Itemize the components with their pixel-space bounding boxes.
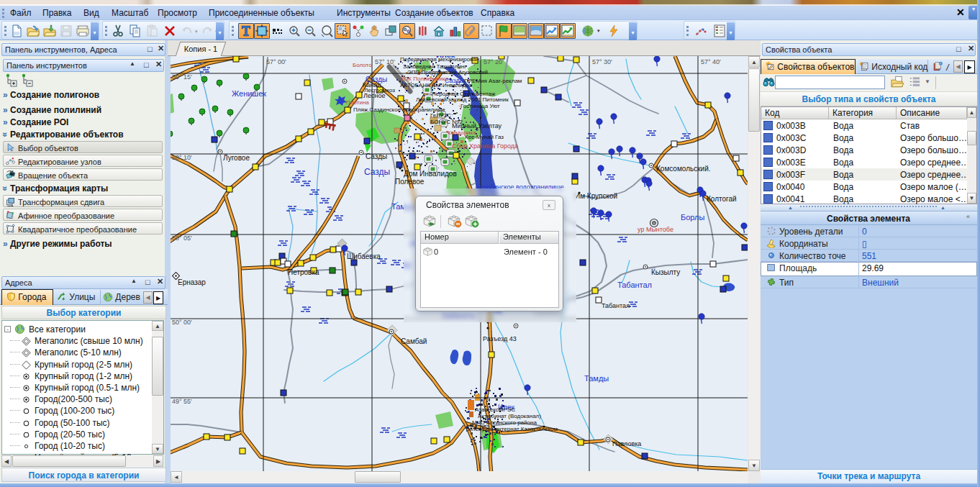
svg-text:Комсомольский.: Комсомольский. xyxy=(656,165,711,173)
svg-text:57° 30': 57° 30' xyxy=(592,58,612,65)
svg-text:50° 00': 50° 00' xyxy=(172,319,192,326)
svg-text:57° 40': 57° 40' xyxy=(701,58,721,65)
svg-text:Латаевский заклад 2001 Питомни: Латаевский заклад 2001 Питомник xyxy=(416,96,509,103)
svg-text:Сбер Храница Города: Сбер Храница Города xyxy=(452,142,518,150)
svg-text:Павловка: Павловка xyxy=(612,440,641,447)
svg-text:Им Крупской: Им Крупской xyxy=(575,192,617,200)
svg-text:Гостиница Уют: Гостиница Уют xyxy=(460,103,500,109)
svg-text:Самбай: Самбай xyxy=(401,337,427,345)
svg-text:Разъезд 43: Разъезд 43 xyxy=(483,335,517,342)
svg-text:ПРЕМия Asar-реклам: ПРЕМия Asar-реклам xyxy=(464,78,522,84)
svg-text:Тамды: Тамды xyxy=(584,374,609,383)
svg-text:Колтогай: Колтогай xyxy=(707,195,737,203)
svg-text:Женишек: Женишек xyxy=(232,89,266,98)
svg-text:57° 10': 57° 10' xyxy=(375,58,395,65)
svg-text:Илек: Илек xyxy=(436,56,455,59)
svg-text:Сазды: Сазды xyxy=(366,153,387,160)
svg-text:Сазды: Сазды xyxy=(364,167,390,177)
svg-text:АтастексМРЭС: АтастексМРЭС xyxy=(475,406,516,413)
svg-text:ХОК Поликлиника: ХОК Поликлиника xyxy=(400,76,449,82)
svg-text:50° 15': 50° 15' xyxy=(172,73,192,81)
svg-text:ЭПП Предприятие Агузовский: ЭПП Предприятие Агузовский xyxy=(407,69,488,76)
svg-text:50° 05': 50° 05' xyxy=(172,235,192,242)
svg-text:Лесное: Лесное xyxy=(363,92,385,99)
svg-text:Ерназар: Ерназар xyxy=(178,278,206,286)
svg-text:Кее Мунай Газ: Кее Мунай Газ xyxy=(465,134,504,140)
svg-text:Луговое: Луговое xyxy=(223,154,250,162)
svg-text:АКТОБАНК НМ-Инвалидов: АКТОБАНК НМ-Инвалидов xyxy=(400,82,472,88)
svg-text:Петровка: Петровка xyxy=(288,268,319,276)
svg-text:57° 00': 57° 00' xyxy=(266,58,286,65)
svg-text:Актюбинат (Водоканал): Актюбинат (Водоканал) xyxy=(478,413,541,419)
svg-text:50° 10': 50° 10' xyxy=(172,154,192,161)
svg-text:Кызылту: Кызылту xyxy=(651,268,680,276)
svg-text:Мирный Узелтау: Мирный Узелтау xyxy=(452,122,502,129)
svg-text:ГеЛУЗС: ГеЛУЗС xyxy=(430,112,451,119)
svg-text:Илек дом-интернат Казактелеком: Илек дом-интернат Казактелеком xyxy=(468,426,558,432)
svg-text:Борлы: Борлы xyxy=(681,213,704,222)
svg-text:Табантал: Табантал xyxy=(617,281,652,289)
svg-text:Табантал: Табантал xyxy=(602,302,630,309)
svg-text:Плотина: Плотина xyxy=(346,99,369,106)
svg-text:Шибаевка: Шибаевка xyxy=(347,252,381,260)
svg-text:ур Мынтобе: ур Мынтобе xyxy=(638,226,673,233)
svg-text:49° 55': 49° 55' xyxy=(172,398,192,405)
svg-text:Дом Инвалидов: Дом Инвалидов xyxy=(404,170,457,178)
svg-text:МЧС Алгинского района: МЧС Алгинского района xyxy=(472,419,537,426)
svg-text:Полевое: Полевое xyxy=(395,178,425,186)
svg-text:Болото: Болото xyxy=(353,62,372,68)
